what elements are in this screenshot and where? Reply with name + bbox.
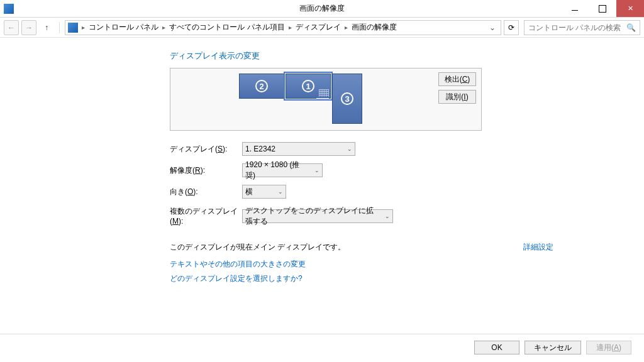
resolution-label: 解像度(R): — [170, 165, 242, 176]
multi-display-label: 複数のディスプレイ(M): — [170, 206, 242, 226]
monitor-number: 1 — [302, 80, 314, 92]
chevron-right-icon: ▸ — [161, 24, 167, 31]
search-icon: 🔍 — [626, 23, 636, 32]
chevron-right-icon: ▸ — [80, 24, 86, 31]
back-button[interactable]: ← — [4, 20, 19, 35]
breadcrumb-dropdown-icon[interactable]: ⌄ — [487, 23, 498, 32]
breadcrumb-item[interactable]: コントロール パネル — [89, 22, 158, 33]
chevron-down-icon: ⌄ — [347, 146, 352, 152]
window-title: 画面の解像度 — [299, 3, 345, 14]
footer-buttons: OK キャンセル 適用(A) — [0, 334, 644, 354]
maximize-button[interactable] — [589, 0, 616, 17]
breadcrumb[interactable]: ▸ コントロール パネル ▸ すべてのコントロール パネル項目 ▸ ディスプレイ… — [65, 20, 501, 35]
chevron-right-icon: ▸ — [343, 24, 349, 31]
main-display-message: このディスプレイが現在メイン ディスプレイです。 — [170, 242, 345, 253]
resolution-select[interactable]: 1920 × 1080 (推奨)⌄ — [242, 163, 323, 177]
minimize-button[interactable] — [561, 0, 589, 17]
which-display-link[interactable]: どのディスプレイ設定を選択しますか? — [170, 273, 553, 284]
text-size-link[interactable]: テキストやその他の項目の大きさの変更 — [170, 259, 553, 270]
multi-display-select[interactable]: デスクトップをこのディスプレイに拡張する⌄ — [242, 209, 393, 223]
page-heading: ディスプレイ表示の変更 — [170, 50, 553, 62]
detect-button[interactable]: 検出(C) — [438, 72, 476, 86]
display-label: ディスプレイ(S): — [170, 144, 242, 155]
breadcrumb-item[interactable]: ディスプレイ — [296, 22, 341, 33]
identify-button[interactable]: 識別(I) — [438, 90, 476, 104]
cancel-button[interactable]: キャンセル — [525, 341, 581, 354]
apply-button[interactable]: 適用(A) — [586, 341, 631, 354]
orientation-value: 横 — [245, 187, 253, 197]
close-button[interactable] — [616, 0, 644, 17]
chevron-right-icon: ▸ — [287, 24, 293, 31]
title-bar: 画面の解像度 — [0, 0, 644, 18]
content-area: ディスプレイ表示の変更 2 1 3 検出(C) 識別(I) ディスプレイ(S — [0, 38, 644, 362]
search-box[interactable]: 🔍 — [524, 20, 640, 35]
resolution-value: 1920 × 1080 (推奨) — [245, 160, 309, 181]
monitor-3[interactable]: 3 — [332, 74, 362, 124]
app-icon — [4, 4, 14, 14]
chevron-down-icon: ⌄ — [314, 167, 319, 173]
chevron-down-icon: ⌄ — [385, 213, 390, 219]
breadcrumb-item[interactable]: 画面の解像度 — [352, 22, 397, 33]
monitor-1[interactable]: 1 — [286, 74, 331, 99]
advanced-settings-link[interactable]: 詳細設定 — [523, 242, 553, 253]
up-button[interactable]: ↑ — [39, 20, 54, 35]
ok-button[interactable]: OK — [474, 341, 519, 354]
display-value: 1. E2342 — [245, 145, 275, 153]
display-arrangement-box[interactable]: 2 1 3 検出(C) 識別(I) — [170, 68, 482, 131]
multi-display-value: デスクトップをこのディスプレイに拡張する — [245, 206, 380, 227]
taskbar-icon — [319, 89, 329, 97]
refresh-button[interactable]: ⟳ — [504, 20, 519, 35]
breadcrumb-item[interactable]: すべてのコントロール パネル項目 — [169, 22, 284, 33]
orientation-select[interactable]: 横⌄ — [242, 185, 286, 199]
chevron-down-icon: ⌄ — [278, 189, 283, 195]
monitor-2[interactable]: 2 — [239, 74, 284, 99]
control-panel-icon — [68, 23, 78, 33]
monitor-number: 3 — [341, 92, 353, 105]
display-select[interactable]: 1. E2342⌄ — [242, 142, 355, 156]
nav-bar: ← → ↑ ▸ コントロール パネル ▸ すべてのコントロール パネル項目 ▸ … — [0, 18, 644, 38]
forward-button[interactable]: → — [21, 20, 36, 35]
monitor-number: 2 — [255, 80, 268, 92]
orientation-label: 向き(O): — [170, 187, 242, 197]
search-input[interactable] — [528, 23, 626, 32]
